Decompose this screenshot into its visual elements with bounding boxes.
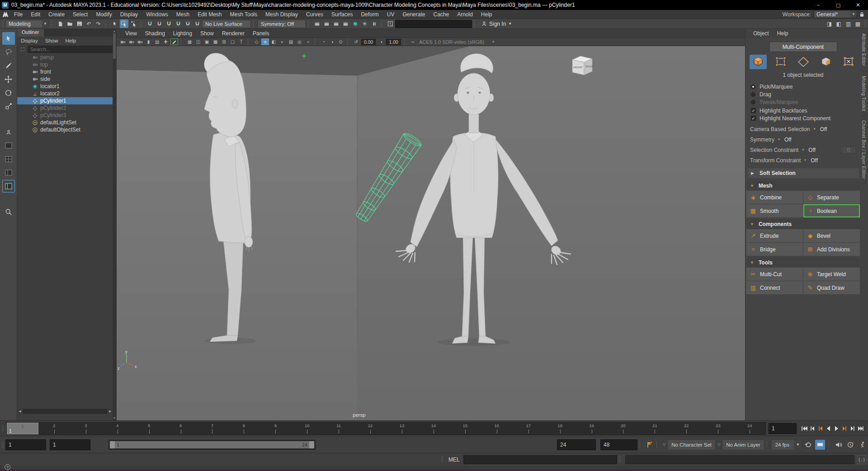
menu-file[interactable]: File [10, 10, 27, 19]
dropdown-extra-field[interactable]: 0 [841, 146, 856, 154]
field-chart-icon[interactable]: ⊞ [220, 38, 228, 45]
section-header-mesh[interactable]: ▼Mesh [746, 181, 860, 190]
separate-button[interactable]: ◇Separate [803, 191, 860, 204]
textured-icon[interactable]: ◧ [270, 38, 278, 45]
object-mode-icon[interactable] [750, 55, 767, 69]
input-field-selector-icon[interactable]: T [386, 19, 395, 28]
menu-windows[interactable]: Windows [142, 10, 172, 19]
sign-in-button[interactable]: Sign In▼ [479, 21, 514, 27]
snap-viewplane-icon[interactable] [184, 19, 192, 28]
timeline-frame-2[interactable]: 2 [38, 423, 70, 434]
timeline-frame-8[interactable]: 8 [228, 423, 259, 434]
use-default-material-icon[interactable]: ◐ [278, 38, 286, 45]
menu-create[interactable]: Create [44, 10, 69, 19]
play-backwards-button[interactable] [825, 424, 833, 433]
resolution-gate-icon[interactable]: ▣ [203, 38, 211, 45]
loop-playback-icon[interactable] [803, 440, 813, 450]
outliner-item-side[interactable]: side [17, 75, 116, 83]
layout-four-pane[interactable] [2, 153, 15, 165]
save-scene-icon[interactable] [75, 19, 84, 28]
snap-curve-icon[interactable] [155, 19, 164, 28]
outliner-item-locator2[interactable]: locator2 [17, 90, 116, 97]
sidebar-tool-settings-icon[interactable]: ◧ [835, 19, 843, 28]
go-to-start-button[interactable] [800, 424, 808, 433]
side-tab-attribute-editor[interactable]: Attribute Editor [861, 29, 867, 71]
command-input[interactable] [463, 455, 617, 464]
uv-mode-icon[interactable] [840, 55, 857, 69]
menu-uv[interactable]: UV [383, 10, 399, 19]
bridge-button[interactable]: ≈Bridge [746, 243, 803, 256]
drag-handle[interactable] [864, 20, 867, 28]
view-cube-front-label[interactable]: FRONT [573, 66, 583, 69]
side-tab-channel-box-layer-editor[interactable]: Channel Box / Layer Editor [861, 116, 867, 184]
xray-icon[interactable]: ◔ [320, 38, 327, 45]
menu-mesh-display[interactable]: Mesh Display [261, 10, 302, 19]
timeline-frame-12[interactable]: 12 [354, 423, 386, 434]
smooth-button[interactable]: ▦Smooth [746, 204, 803, 217]
evaluation-mode-icon[interactable] [857, 440, 867, 450]
minimize-button[interactable]: − [808, 0, 828, 10]
go-to-end-button[interactable] [857, 424, 865, 433]
safe-action-icon[interactable]: ▢ [229, 38, 236, 45]
timeline-frame-20[interactable]: 20 [608, 423, 639, 434]
outliner-item-front[interactable]: front [17, 68, 116, 75]
timeline-playhead[interactable]: 1 1 [7, 423, 38, 434]
dropdown-camera-based-selection[interactable]: Camera Based Selection▼Off [745, 124, 861, 134]
menu-mesh-tools[interactable]: Mesh Tools [226, 10, 261, 19]
rotate-tool[interactable] [2, 86, 15, 99]
layout-outliner-persp[interactable] [2, 180, 15, 193]
timeline-frame-21[interactable]: 21 [639, 423, 670, 434]
playblast-icon[interactable] [815, 440, 825, 450]
dropdown-symmetry[interactable]: Symmetry▼Off [745, 134, 861, 145]
side-tab-modeling-toolkit[interactable]: Modeling Toolkit [861, 71, 867, 116]
quick-selection-input[interactable] [395, 20, 472, 28]
menu-select[interactable]: Select [69, 10, 92, 19]
outliner-search-input[interactable] [28, 46, 114, 53]
cached-playback-icon[interactable] [845, 440, 855, 450]
face-mode-icon[interactable] [817, 55, 835, 69]
frame-selection-icon[interactable] [2, 206, 15, 218]
two-d-pan-zoom-icon[interactable]: ✚ [162, 38, 170, 45]
bevel-button[interactable]: ◆Bevel [803, 229, 860, 242]
timeline-frame-17[interactable]: 17 [513, 423, 544, 434]
viewport-menu-renderer[interactable]: Renderer [218, 29, 249, 38]
bookmark-icon[interactable]: ▮ [145, 38, 152, 45]
target-weld-button[interactable]: ⊕Target Weld [803, 268, 860, 281]
drag-handle[interactable] [441, 456, 443, 463]
outliner-vertical-scrollbar[interactable]: ▲ ▼ [113, 29, 116, 420]
sidebar-attribute-editor-icon[interactable]: ◨ [825, 19, 834, 28]
gamma-field[interactable]: 1.00 [386, 39, 401, 45]
timeline-frame-23[interactable]: 23 [702, 423, 734, 434]
outliner-menu-display[interactable]: Display [17, 38, 42, 43]
sidebar-modeling-toolkit-icon[interactable]: ▦ [854, 19, 862, 28]
playback-end-field[interactable]: 24 [557, 439, 596, 450]
ambient-occlusion-icon[interactable]: ◎ [296, 38, 303, 45]
exposure-field[interactable]: 0.00 [361, 39, 376, 45]
menu-deform[interactable]: Deform [357, 10, 382, 19]
menu-generate[interactable]: Generate [398, 10, 429, 19]
range-end-handle[interactable] [309, 441, 314, 448]
exposure-icon[interactable]: ↺ [352, 38, 360, 45]
outliner-item-defaultlightset[interactable]: defaultLightSet [17, 119, 116, 126]
radio-tweak-marquee[interactable]: Tweak/Marquee [745, 98, 861, 106]
menu-surfaces[interactable]: Surfaces [327, 10, 357, 19]
checkbox-highlight-nearest-component[interactable]: ✓Highlight Nearest Component [745, 114, 861, 122]
vertex-mode-icon[interactable] [772, 55, 789, 69]
smooth-shade-icon[interactable]: ■ [261, 38, 269, 45]
grid-icon[interactable]: ▦ [186, 38, 193, 45]
bookmark-flag-icon[interactable] [644, 441, 654, 448]
extrude-button[interactable]: ↗Extrude [746, 229, 803, 242]
menu-help[interactable]: Help [477, 10, 496, 19]
character-set-menu-icon[interactable]: ▽ [663, 443, 665, 447]
select-hierarchy-icon[interactable] [110, 19, 119, 28]
live-surface-selector[interactable]: No Live Surface [202, 20, 251, 28]
radio-pick-marquee[interactable]: Pick/Marquee [745, 83, 861, 90]
motion-blur-icon[interactable]: ○ [304, 38, 312, 45]
contrast-icon[interactable]: ◑ [377, 38, 385, 45]
script-editor-icon[interactable]: { ; } [857, 455, 866, 464]
camera-attributes-icon[interactable] [136, 38, 144, 45]
menu-cache[interactable]: Cache [429, 10, 453, 19]
grease-pencil-icon[interactable] [170, 38, 178, 45]
render-settings-icon[interactable] [341, 19, 350, 28]
color-space-selector[interactable]: ACES 1.0 SDR-video (sRGB)▼ [419, 39, 495, 45]
